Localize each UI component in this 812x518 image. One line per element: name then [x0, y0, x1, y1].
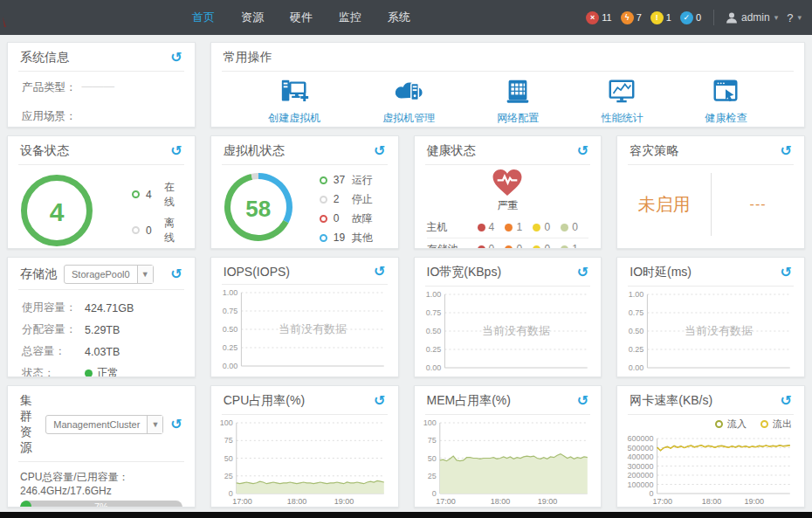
dr-status: 未启用	[638, 193, 691, 217]
dashboard: 系统信息 ↺ 产品类型：——— 应用场景： 常用操作 创建虚拟机	[0, 35, 812, 512]
status-value: 正常	[97, 366, 119, 377]
vm-manage-icon	[394, 77, 423, 107]
panel-nic-rate: 网卡速率(KB/s) ↺ 流入 流出 010000020000030000040…	[616, 385, 805, 508]
selected-value: ManagementCluster	[46, 419, 147, 430]
svg-text:25: 25	[427, 472, 436, 480]
alarm-warning-badge[interactable]: ! 1	[650, 11, 671, 24]
action-network-config[interactable]: 网络配置	[497, 77, 539, 126]
ring-icon	[320, 176, 327, 184]
svg-text:0.50: 0.50	[629, 327, 644, 335]
refresh-icon[interactable]: ↺	[781, 395, 792, 407]
cluster-select[interactable]: ManagementCluster ▼	[45, 415, 163, 434]
dot-minor	[533, 245, 540, 250]
health-row-storage-pool: 存储池 0 0 0 1	[427, 238, 589, 249]
check-icon: ✓	[680, 11, 693, 24]
refresh-icon[interactable]: ↺	[170, 52, 182, 64]
svg-text:0.75: 0.75	[629, 308, 644, 317]
refresh-icon[interactable]: ↺	[374, 266, 385, 278]
svg-text:50: 50	[224, 454, 233, 463]
refresh-icon[interactable]: ↺	[374, 145, 385, 157]
nav-divider	[713, 10, 714, 25]
svg-text:0.75: 0.75	[425, 308, 441, 317]
panel-cpu-usage: CPU占用率(%) ↺ 025507510017:0018:0019:00	[210, 385, 399, 508]
chevron-down-icon: ▼	[147, 416, 162, 433]
nav-item-home[interactable]: 首页	[179, 0, 228, 35]
ring-icon	[760, 420, 768, 428]
refresh-icon[interactable]: ↺	[374, 395, 385, 407]
panel-title: MEM占用率(%)	[427, 393, 511, 409]
major-count: 7	[637, 12, 642, 23]
panel-title: 健康状态	[427, 143, 476, 159]
create-vm-icon	[279, 77, 309, 107]
allocated-capacity-label: 分配容量：	[22, 322, 85, 337]
user-name: admin	[741, 11, 770, 24]
warning-count: 1	[666, 12, 671, 23]
nav-item-resources[interactable]: 资源	[228, 0, 277, 35]
panel-title: 常用操作	[224, 50, 272, 66]
nav-item-monitoring[interactable]: 监控	[326, 0, 375, 35]
ring-icon	[320, 234, 327, 242]
storage-pool-select[interactable]: StoragePool0 ▼	[64, 265, 154, 284]
alarm-major-badge[interactable]: ϟ 7	[621, 11, 642, 24]
panel-io-bandwidth: IO带宽(KBps) ↺ 0.000.250.500.751.00当前没有数据	[414, 257, 602, 377]
cpu-usage-percent: 7%	[20, 501, 182, 508]
perf-stats-icon	[607, 77, 637, 107]
legend-stopped: 2 停止	[320, 192, 373, 207]
selected-value: StoragePool0	[65, 269, 137, 280]
severity-label: 严重	[497, 198, 518, 213]
alarm-critical-badge[interactable]: × 11	[586, 11, 611, 24]
panel-title: 容灾策略	[630, 143, 678, 159]
action-create-vm[interactable]: 创建虚拟机	[268, 77, 320, 126]
panel-storage-pool: 存储池 StoragePool0 ▼ ↺ 使用容量：424.71GB 分配容量：…	[7, 257, 196, 377]
refresh-icon[interactable]: ↺	[170, 145, 182, 157]
action-vm-management[interactable]: 虚拟机管理	[382, 77, 435, 126]
svg-text:17:00: 17:00	[653, 497, 673, 506]
dot-major	[505, 224, 513, 231]
refresh-icon[interactable]: ↺	[781, 145, 792, 157]
user-menu[interactable]: admin ▾	[726, 11, 778, 24]
product-type-value: ———	[82, 80, 115, 95]
alarm-info-badge[interactable]: ✓ 0	[680, 11, 701, 24]
action-label: 性能统计	[601, 111, 643, 126]
legend-inflow[interactable]: 流入	[715, 418, 747, 431]
svg-text:50: 50	[427, 454, 436, 463]
nav-item-system[interactable]: 系统	[375, 0, 423, 35]
panel-title: IO时延(ms)	[630, 265, 692, 280]
action-health-check[interactable]: 健康检查	[705, 77, 747, 126]
refresh-icon[interactable]: ↺	[170, 418, 182, 431]
legend-outflow[interactable]: 流出	[760, 418, 792, 431]
refresh-icon[interactable]: ↺	[577, 145, 588, 157]
legend-online: 4 在线	[132, 180, 182, 210]
refresh-icon[interactable]: ↺	[170, 268, 182, 280]
warning-icon: !	[650, 11, 664, 24]
user-icon	[726, 12, 737, 24]
total-capacity-value: 4.03TB	[85, 346, 120, 358]
critical-count: 11	[602, 12, 611, 23]
action-performance-stats[interactable]: 性能统计	[601, 77, 643, 126]
svg-text:1.00: 1.00	[425, 290, 441, 299]
svg-text:300000: 300000	[628, 462, 654, 471]
svg-text:100: 100	[423, 418, 436, 427]
nav-item-hardware[interactable]: 硬件	[277, 0, 326, 35]
legend-other: 19 其他	[320, 231, 373, 245]
device-total: 4	[20, 174, 93, 249]
bottom-bar	[0, 512, 812, 518]
svg-text:100: 100	[220, 418, 233, 427]
legend-fault: 0 故障	[320, 211, 373, 226]
svg-text:0.00: 0.00	[425, 363, 441, 372]
help-menu[interactable]: ? ▾	[787, 11, 802, 24]
svg-text:1.00: 1.00	[223, 288, 238, 297]
dr-value: ---	[750, 197, 767, 212]
refresh-icon[interactable]: ↺	[577, 395, 588, 407]
svg-text:75: 75	[427, 436, 436, 445]
svg-text:75: 75	[224, 436, 233, 445]
action-label: 健康检查	[705, 111, 747, 126]
svg-text:0.50: 0.50	[425, 327, 441, 335]
ring-icon	[132, 190, 140, 198]
refresh-icon[interactable]: ↺	[781, 266, 792, 279]
ring-icon	[320, 215, 327, 223]
refresh-icon[interactable]: ↺	[577, 266, 588, 279]
panel-iops: IOPS(IOPS) ↺ 0.000.250.500.751.00当前没有数据	[210, 257, 399, 377]
critical-icon: ×	[586, 11, 599, 24]
svg-text:当前没有数据: 当前没有数据	[279, 322, 347, 335]
